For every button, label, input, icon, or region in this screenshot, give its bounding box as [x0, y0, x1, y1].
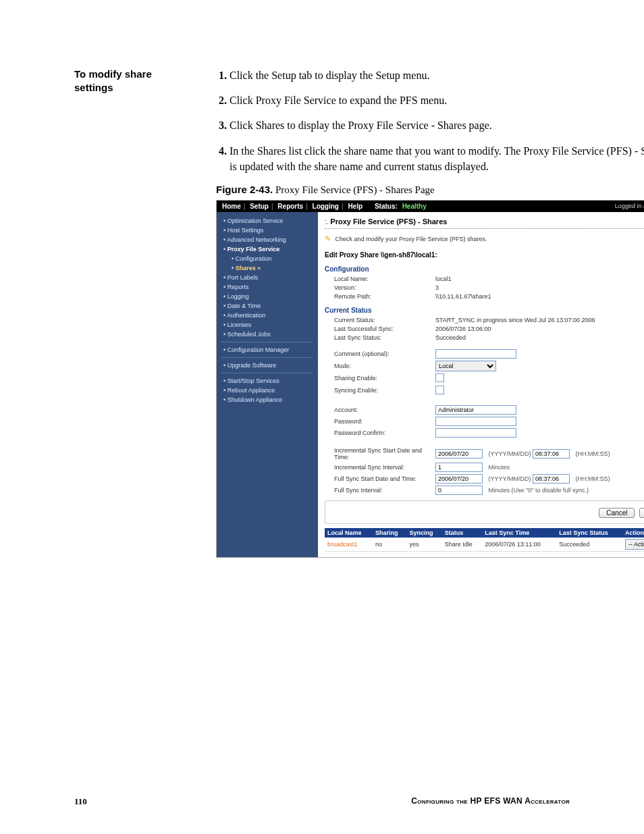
sidebar-item[interactable]: Optimization Service	[217, 216, 318, 226]
hms-hint: (HH:MM:SS)	[576, 450, 610, 457]
sidebar-item[interactable]: Date & Time	[217, 301, 318, 311]
k-password: Password:	[325, 418, 435, 425]
sharing-checkbox[interactable]	[435, 373, 444, 382]
shares-table: Local Name Sharing Syncing Status Last S…	[325, 528, 644, 552]
page-title-prefix: :.	[325, 218, 329, 226]
ymd-hint-2: (YYYY/MM/DD)	[489, 475, 531, 482]
config-header: Configuration	[325, 265, 644, 273]
k-syncing: Syncing Enable:	[325, 387, 435, 394]
th-last-time: Last Sync Time	[482, 528, 556, 538]
sidebar-item[interactable]: Host Settings	[217, 226, 318, 235]
v-current-status: START_SYNC in progress since Wed Jul 26 …	[435, 317, 595, 323]
k-full-interval: Full Sync Interval:	[325, 487, 435, 494]
figure-label: Figure 2-43.	[216, 184, 273, 195]
full-start-time-input[interactable]	[533, 474, 570, 484]
step-3: Click Shares to display the Proxy File S…	[230, 120, 492, 131]
th-local-name: Local Name	[325, 528, 373, 538]
syncing-checkbox[interactable]	[435, 386, 444, 394]
full-start-date-input[interactable]	[435, 474, 483, 484]
sidebar-item[interactable]: Reports	[217, 282, 318, 292]
sidebar-item[interactable]: Reboot Appliance	[217, 386, 318, 395]
tab-reports[interactable]: Reports	[277, 203, 303, 210]
section-heading: To modify share settings	[74, 68, 189, 95]
th-last-status: Last Sync Status	[556, 528, 622, 538]
sidebar-item[interactable]: Logging	[217, 292, 318, 301]
k-current-status: Current Status:	[325, 317, 435, 323]
minutes-label: Minutes	[489, 464, 510, 471]
cell-status: Share Idle	[442, 538, 483, 552]
full-interval-input[interactable]	[435, 486, 483, 495]
password-confirm-input[interactable]	[435, 428, 516, 438]
v-local-name: local1	[435, 276, 452, 282]
page-tip: ✎ Check and modify your Proxy File Servi…	[325, 234, 644, 243]
k-account: Account:	[325, 407, 435, 413]
inc-start-date-input[interactable]	[435, 449, 483, 459]
step-4: In the Shares list click the share name …	[230, 145, 644, 172]
th-status: Status	[442, 528, 483, 538]
k-local-name: Local Name:	[325, 276, 435, 282]
k-inc-start: Incremental Sync Start Date and Time:	[325, 447, 435, 461]
main-panel: :. Proxy File Service (PFS) - Shares ✎ C…	[318, 212, 644, 557]
topbar-tabs: Home| Setup| Reports| Logging| Help Stat…	[222, 203, 432, 210]
password-input[interactable]	[435, 417, 516, 426]
step-2: Click Proxy File Service to expand the P…	[230, 95, 447, 106]
sidebar-item[interactable]: Authentication	[217, 311, 318, 320]
sidebar-item-pfs[interactable]: Proxy File Service	[217, 244, 318, 254]
k-comment: Comment (optional):	[325, 350, 435, 357]
tab-help[interactable]: Help	[348, 203, 363, 210]
sidebar-item[interactable]: Licenses	[217, 320, 318, 330]
mode-select[interactable]: Local	[435, 361, 496, 371]
ymd-hint: (YYYY/MM/DD)	[489, 450, 531, 457]
k-password-confirm: Password Confirm:	[325, 429, 435, 436]
footer-title: Configuring the HP EFS WAN Accelerator	[411, 796, 570, 807]
v-remote-path: \\10.11.61.67\share1	[435, 293, 491, 300]
inc-start-time-input[interactable]	[533, 449, 570, 459]
sidebar-item[interactable]: Shutdown Appliance	[217, 395, 318, 405]
edit-header: Edit Proxy Share \\gen-sh87\local1:	[325, 251, 644, 259]
page-number: 110	[74, 796, 87, 807]
status-label: Status:	[375, 203, 398, 210]
k-last-status: Last Sync Status:	[325, 334, 435, 341]
v-version: 3	[435, 284, 439, 291]
th-syncing: Syncing	[407, 528, 442, 538]
tab-home[interactable]: Home	[222, 203, 241, 210]
th-sharing: Sharing	[373, 528, 406, 538]
inc-interval-input[interactable]	[435, 463, 483, 472]
sidebar-item[interactable]: Port Labels	[217, 273, 318, 282]
k-inc-interval: Incremental Sync Interval:	[325, 464, 435, 471]
tab-logging[interactable]: Logging	[313, 203, 339, 210]
page-title: Proxy File Service (PFS) - Shares	[330, 217, 447, 226]
save-button[interactable]: Save	[639, 508, 644, 518]
k-mode: Mode:	[325, 363, 435, 369]
cancel-button[interactable]: Cancel	[599, 508, 635, 518]
status-header: Current Status	[325, 307, 644, 314]
tip-text: Check and modify your Proxy File Service…	[336, 236, 487, 242]
full-interval-hint: Minutes (Use "0" to disable full sync.)	[489, 487, 589, 494]
comment-input[interactable]	[435, 349, 516, 359]
cell-local-name[interactable]: broadcast1	[325, 538, 373, 552]
cell-sharing: no	[373, 538, 406, 552]
cell-last-status: Succeeded	[556, 538, 622, 552]
hms-hint-2: (HH:MM:SS)	[576, 475, 610, 482]
sidebar-item[interactable]: Advanced Networking	[217, 235, 318, 244]
screenshot: Home| Setup| Reports| Logging| Help Stat…	[216, 200, 644, 558]
actions-select[interactable]: -- Actions --	[625, 539, 644, 550]
k-remote-path: Remote Path:	[325, 293, 435, 300]
sidebar: Optimization Service Host Settings Advan…	[217, 212, 318, 557]
k-version: Version:	[325, 284, 435, 291]
figure-caption: Figure 2-43. Proxy File Service (PFS) - …	[216, 184, 644, 196]
sidebar-item[interactable]: Scheduled Jobs	[217, 330, 318, 339]
sidebar-item[interactable]: Start/Stop Services	[217, 376, 318, 386]
user-area: Logged in as: admin [ logout ]	[615, 203, 644, 209]
sidebar-item[interactable]: Configuration Manager	[217, 345, 318, 355]
steps-list: Click the Setup tab to display the Setup…	[216, 68, 644, 174]
sidebar-item-config[interactable]: Configuration	[217, 254, 318, 263]
sidebar-item-shares[interactable]: Shares «	[217, 263, 318, 273]
tab-setup[interactable]: Setup	[250, 203, 269, 210]
logged-in-label: Logged in as:	[615, 203, 644, 209]
sidebar-item[interactable]: Upgrade Software	[217, 361, 318, 370]
step-1: Click the Setup tab to display the Setup…	[230, 70, 429, 81]
account-input[interactable]	[435, 405, 516, 415]
bulb-icon: ✎	[325, 234, 331, 242]
th-actions: Actions	[622, 528, 644, 538]
